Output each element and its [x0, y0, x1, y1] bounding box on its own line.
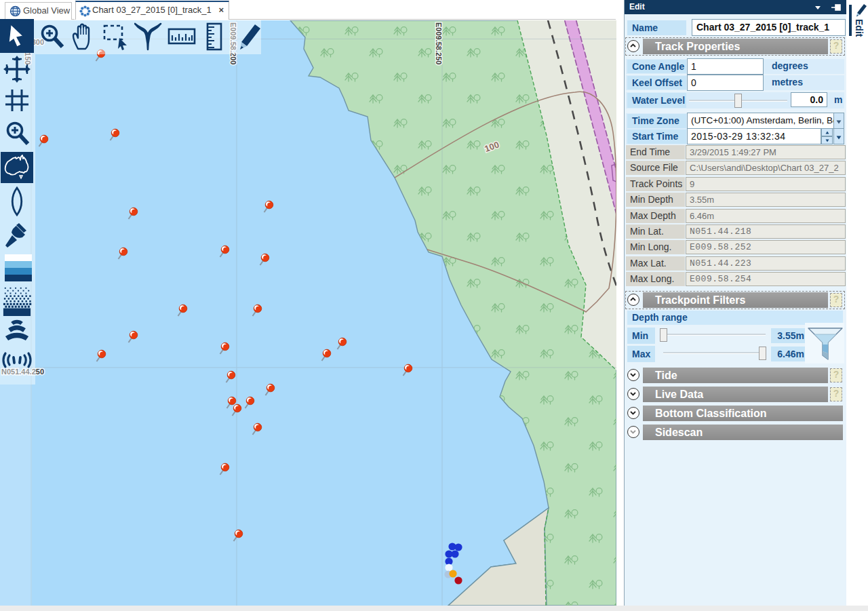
svg-text:E009.58.250: E009.58.250: [435, 22, 443, 64]
